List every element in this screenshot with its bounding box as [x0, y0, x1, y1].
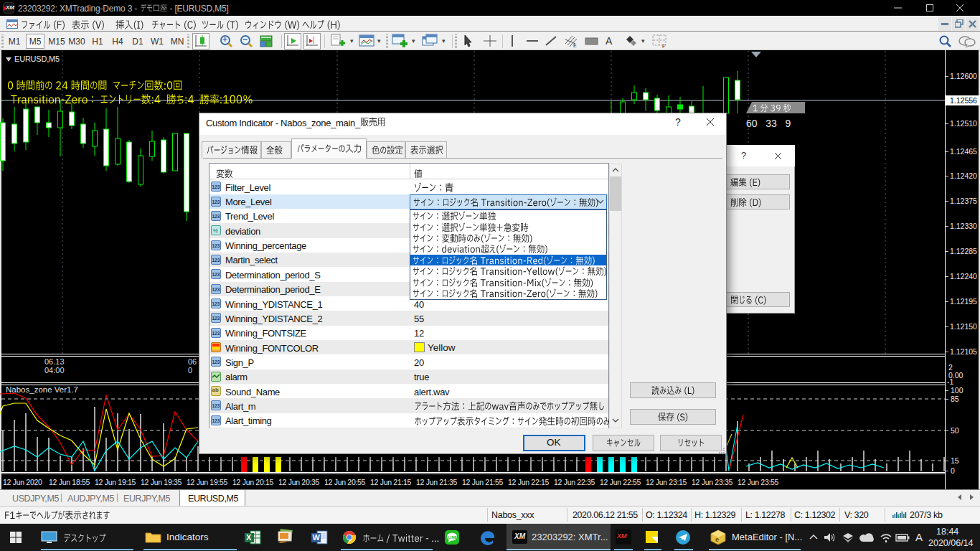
- svg-text:X: X: [246, 533, 252, 542]
- svg-text:F: F: [662, 44, 665, 49]
- svg-text:LINE: LINE: [448, 535, 458, 540]
- svg-text:E: E: [573, 43, 577, 48]
- svg-text:e: e: [715, 536, 719, 543]
- svg-text:W: W: [313, 533, 321, 542]
